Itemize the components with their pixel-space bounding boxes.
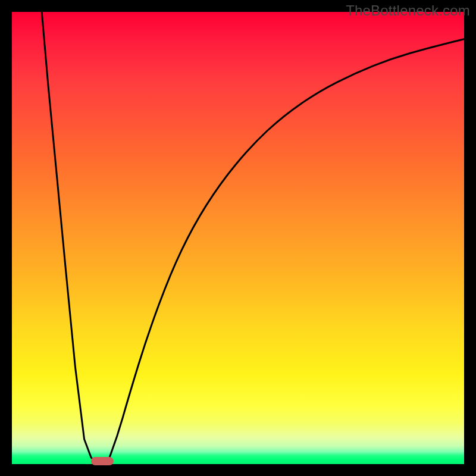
- plot-area: [12, 12, 464, 464]
- curve-layer: [12, 12, 464, 464]
- watermark-text: TheBottleneck.com: [346, 2, 470, 19]
- optimal-point-marker: [91, 457, 114, 465]
- chart-stage: TheBottleneck.com: [0, 0, 476, 476]
- curve-right-branch: [107, 39, 464, 464]
- curve-left-branch: [42, 12, 98, 464]
